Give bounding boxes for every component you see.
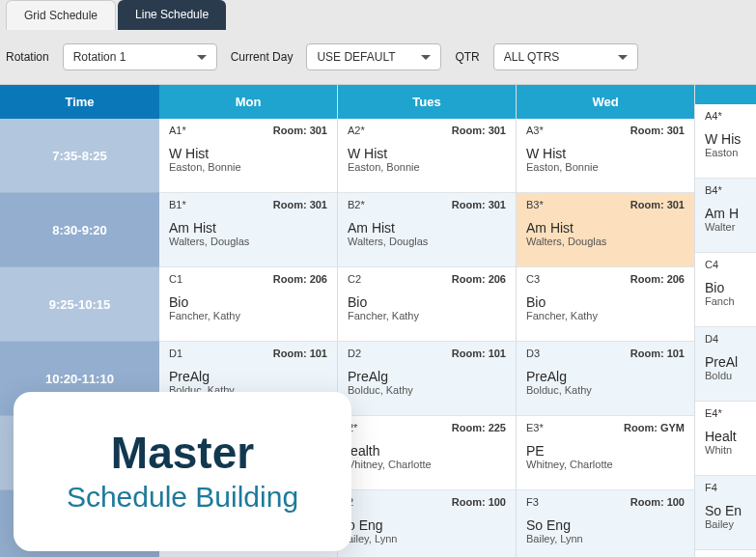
cell-course: So En (705, 503, 756, 518)
cell-period: D2 (348, 348, 361, 359)
cell-teacher: Easton, Bonnie (169, 161, 327, 173)
tab-grid-schedule[interactable]: Grid Schedule (6, 0, 116, 30)
cell-teacher: Easton (705, 147, 756, 158)
cell-teacher: Bailey, Lynn (526, 533, 685, 544)
cell-course: Am H (705, 206, 756, 221)
schedule-cell[interactable]: 2Room: 100o Engailey, Lynn (338, 490, 516, 557)
overlay-subtitle: Schedule Building (67, 481, 298, 514)
cell-course: lealth (348, 443, 506, 459)
tab-line-schedule[interactable]: Line Schedule (118, 0, 226, 30)
cell-teacher: ailey, Lynn (348, 533, 506, 544)
schedule-cell[interactable]: C2Room: 206BioFancher, Kathy (338, 267, 516, 342)
cell-course: W Hist (526, 146, 685, 161)
cell-period: B1* (169, 199, 186, 210)
day-column: WedA3*Room: 301W HistEaston, BonnieB3*Ro… (517, 85, 695, 557)
time-header: Time (0, 85, 159, 119)
cell-teacher: Vhitney, Charlotte (348, 459, 506, 470)
current-day-select[interactable]: USE DEFAULT (306, 43, 441, 70)
controls-bar: Rotation Rotation 1 Current Day USE DEFA… (0, 30, 756, 84)
day-column: TuesA2*Room: 301W HistEaston, BonnieB2*R… (338, 85, 517, 557)
cell-course: W His (705, 131, 756, 147)
cell-course: Healt (705, 429, 756, 444)
cell-course: Am Hist (169, 220, 327, 236)
cell-period: E3* (526, 422, 544, 433)
cell-course: So Eng (526, 517, 685, 533)
schedule-cell[interactable]: A2*Room: 301W HistEaston, Bonnie (338, 119, 516, 193)
cell-course: PreAlg (169, 369, 327, 384)
day-header (695, 85, 756, 104)
cell-period: D3 (526, 348, 540, 359)
schedule-cell[interactable]: A3*Room: 301W HistEaston, Bonnie (517, 119, 694, 193)
cell-room: Room: 101 (273, 348, 327, 359)
schedule-cell[interactable]: D4PreAlBoldu (695, 327, 756, 402)
cell-teacher: Walter (705, 221, 756, 233)
cell-teacher: Easton, Bonnie (348, 161, 506, 173)
schedule-cell[interactable]: C4BioFanch (695, 253, 756, 327)
schedule-cell[interactable]: F3Room: 100So EngBailey, Lynn (517, 490, 694, 557)
schedule-cell[interactable]: D3Room: 101PreAlgBolduc, Kathy (517, 342, 694, 416)
time-slot: 7:35-8:25 (0, 119, 159, 193)
cell-teacher: Fanch (705, 295, 756, 307)
cell-teacher: Bolduc, Kathy (348, 384, 506, 396)
cell-period: B2* (348, 199, 365, 210)
cell-course: PreAl (705, 354, 756, 370)
cell-period: F4 (705, 482, 717, 493)
schedule-cell[interactable]: B1*Room: 301Am HistWalters, Douglas (159, 193, 337, 267)
schedule-cell[interactable]: A4*W HisEaston (695, 104, 756, 179)
overlay-card: Master Schedule Building (14, 392, 351, 551)
cell-teacher: Fancher, Kathy (169, 310, 327, 321)
schedule-cell[interactable]: B2*Room: 301Am HistWalters, Douglas (338, 193, 516, 267)
schedule-cell[interactable]: C3Room: 206BioFancher, Kathy (517, 267, 694, 342)
time-slot: 9:25-10:15 (0, 267, 159, 342)
day-header: Mon (159, 85, 337, 119)
cell-course: W Hist (169, 146, 327, 161)
cell-period: A2* (348, 125, 365, 136)
cell-teacher: Easton, Bonnie (526, 161, 685, 173)
rotation-select[interactable]: Rotation 1 (63, 43, 217, 70)
cell-teacher: Walters, Douglas (169, 236, 327, 247)
cell-course: Bio (705, 280, 756, 295)
cell-teacher: Whitn (705, 444, 756, 456)
cell-room: Room: 101 (452, 348, 506, 359)
cell-period: B3* (526, 199, 544, 210)
day-header: Tues (338, 85, 516, 119)
cell-room: Room: 301 (452, 125, 506, 136)
cell-room: Room: 206 (630, 273, 685, 285)
cell-period: C3 (526, 273, 540, 285)
cell-teacher: Whitney, Charlotte (526, 459, 685, 470)
current-day-label: Current Day (231, 50, 294, 64)
schedule-cell[interactable]: C1Room: 206BioFancher, Kathy (159, 267, 337, 342)
cell-teacher: Fancher, Kathy (348, 310, 506, 321)
cell-teacher: Boldu (705, 370, 756, 381)
qtr-label: QTR (455, 50, 479, 64)
schedule-cell[interactable]: A1*Room: 301W HistEaston, Bonnie (159, 119, 337, 193)
cell-period: C2 (348, 273, 361, 285)
cell-period: A3* (526, 125, 544, 136)
caret-down-icon (421, 55, 431, 60)
schedule-cell[interactable]: 2*Room: 225lealthVhitney, Charlotte (338, 416, 516, 490)
current-day-value: USE DEFAULT (317, 50, 395, 64)
cell-period: D1 (169, 348, 182, 359)
caret-down-icon (197, 55, 207, 60)
cell-room: Room: 206 (273, 273, 327, 285)
qtr-value: ALL QTRS (504, 50, 560, 64)
rotation-value: Rotation 1 (73, 50, 126, 64)
cell-teacher: Fancher, Kathy (526, 310, 685, 321)
cell-room: Room: 225 (452, 422, 506, 433)
overlay-title: Master (111, 431, 254, 475)
time-slot: 8:30-9:20 (0, 193, 159, 267)
cell-course: PreAlg (348, 369, 506, 384)
cell-course: Am Hist (348, 220, 506, 236)
schedule-cell[interactable]: E3*Room: GYMPEWhitney, Charlotte (517, 416, 694, 490)
schedule-cell[interactable]: B4*Am HWalter (695, 179, 756, 253)
cell-room: Room: 100 (630, 496, 685, 508)
cell-course: o Eng (348, 517, 506, 533)
cell-course: PE (526, 443, 685, 459)
cell-course: Am Hist (526, 220, 685, 236)
schedule-cell[interactable]: E4*HealtWhitn (695, 402, 756, 476)
schedule-cell[interactable]: B3*Room: 301Am HistWalters, Douglas (517, 193, 694, 267)
schedule-cell[interactable]: D2Room: 101PreAlgBolduc, Kathy (338, 342, 516, 416)
schedule-cell[interactable]: F4So EnBailey (695, 476, 756, 550)
qtr-select[interactable]: ALL QTRS (493, 43, 638, 70)
cell-room: Room: 301 (273, 199, 327, 210)
